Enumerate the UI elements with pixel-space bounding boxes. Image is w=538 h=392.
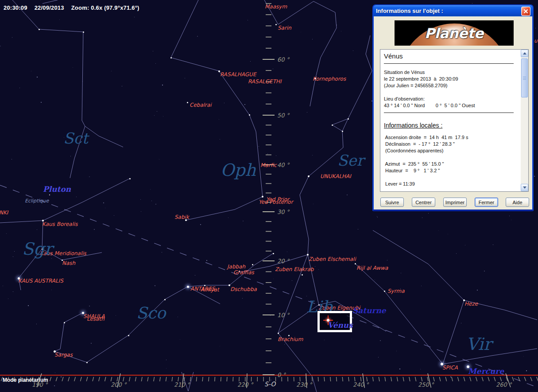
constellation-label: Oph xyxy=(221,160,256,180)
venus-planet-label: Vénus xyxy=(328,321,353,330)
azimuth-degree-label: 250 ° xyxy=(418,381,433,388)
star-label: Sabik xyxy=(174,214,189,220)
scrollbar[interactable] xyxy=(521,50,528,191)
local-info-heading: Informations locales : xyxy=(384,122,520,129)
centrer-button[interactable]: Centrer xyxy=(412,198,435,207)
constellation-label: Sco xyxy=(136,304,166,322)
star-label: Alniyat xyxy=(201,287,219,293)
altitude-degree-label: 50 ° xyxy=(277,112,289,119)
star-label: Brachium xyxy=(278,336,303,342)
scroll-up-button[interactable] xyxy=(521,50,528,57)
local-info: Ascension droite = 14 h 41 m 17.9 s Décl… xyxy=(384,134,520,187)
star-label: Dschubba xyxy=(230,286,257,292)
star-label: Marfic xyxy=(260,162,277,168)
arrow-up-icon xyxy=(523,52,526,54)
banner-caption: Planète xyxy=(395,20,514,46)
dialog-title: Informations sur l'objet : xyxy=(373,8,443,14)
close-icon xyxy=(523,9,528,14)
planet-label: Pluton xyxy=(43,185,71,194)
close-button[interactable] xyxy=(521,7,530,16)
altitude-degree-label: 30 ° xyxy=(277,209,289,215)
star-label: Sarin xyxy=(278,25,291,31)
object-name: Vénus xyxy=(384,51,520,60)
altitude-degree-label: 40 ° xyxy=(277,162,289,168)
object-info-panel[interactable]: Vénus Situation de Vénus le 22 septembre… xyxy=(380,49,529,192)
scrollbar-grip xyxy=(523,77,526,77)
star-label: Sargas xyxy=(54,352,73,358)
aide-button[interactable]: Aide xyxy=(506,198,529,207)
venus-highlight-box[interactable]: Vénus xyxy=(317,311,352,332)
constellation-label: Vir xyxy=(466,334,492,354)
mode-label: Mode planétarium xyxy=(3,377,48,383)
azimuth-degree-label: 240 ° xyxy=(353,381,368,388)
ecliptic-label: Ecliptique xyxy=(25,198,49,204)
star-label: Graffias xyxy=(233,269,254,276)
scroll-down-button[interactable] xyxy=(521,184,528,191)
star-label: NKI xyxy=(0,210,8,216)
planet-banner: Planète xyxy=(395,20,514,46)
info-dialog: Informations sur l'objet : Planète Vénus… xyxy=(372,4,534,211)
suivre-button[interactable]: Suivre xyxy=(380,198,404,207)
star-label: Yed Posterior xyxy=(259,199,293,205)
azimuth-degree-label: 210 ° xyxy=(174,381,190,388)
star-label: Zuben Elschemali xyxy=(309,256,356,262)
planet-label: Mercure xyxy=(468,367,504,376)
star-label: Rijl al Awwa xyxy=(356,265,388,271)
situation-info: Situation de Vénus le 22 septembre 2013 … xyxy=(384,69,520,109)
star-label: Nash xyxy=(62,260,75,266)
azimuth-degree-label: 220 ° xyxy=(237,381,253,388)
star-label: RASALGETHI xyxy=(248,78,282,85)
azimuth-degree-label: 200 ° xyxy=(111,381,126,388)
zoom-level: Zoom: 0.6x (97.9°x71.6°) xyxy=(71,4,139,11)
constellation-label: Sct xyxy=(63,129,88,147)
scrollbar-thumb[interactable] xyxy=(521,58,528,97)
star-label: Jabbah xyxy=(227,264,245,270)
planet-label: Saturne xyxy=(352,306,386,315)
imprimer-button[interactable]: Imprimer xyxy=(443,198,467,207)
star-label: Cebalrai xyxy=(190,102,212,108)
star-label: Heze xyxy=(464,301,478,307)
cardinal-direction-label: S-O xyxy=(264,380,275,388)
altitude-degree-label: 60 ° xyxy=(277,56,289,63)
star-label: Kaus Borealis xyxy=(42,221,78,227)
fermer-button[interactable]: Fermer xyxy=(475,198,498,207)
arrow-down-icon xyxy=(523,186,526,189)
divider xyxy=(384,63,514,64)
altitude-degree-label: 20 ° xyxy=(277,258,289,264)
star-label: Maasym xyxy=(265,4,287,10)
star-label: UNUKALHAI xyxy=(320,173,351,179)
altitude-degree-label: 10 ° xyxy=(277,312,289,318)
star-label: KAUS AUSTRALIS xyxy=(18,278,63,284)
object-info-text: Vénus Situation de Vénus le 22 septembre… xyxy=(380,50,521,191)
star-label: Syrma xyxy=(387,288,404,294)
azimuth-degree-label: 230 ° xyxy=(296,381,312,388)
planetarium-screen: MaasymSarinRASALHAGUERASALGETHIKornephor… xyxy=(0,0,538,392)
dialog-buttons: SuivreCentrerImprimerFermerAide xyxy=(374,198,532,207)
dialog-titlebar[interactable]: Informations sur l'objet : xyxy=(373,5,533,16)
clock-time: 20:30:09 xyxy=(4,4,27,11)
azimuth-degree-label: 260 ° xyxy=(496,381,511,388)
star-label: u xyxy=(534,38,538,44)
star-label: Kornephoros xyxy=(313,76,346,82)
altitude-degree-label: 0 ° xyxy=(277,372,286,378)
star-label: SPICA xyxy=(442,365,458,371)
star-label: Zuben Elakrab xyxy=(275,266,314,272)
constellation-label: Ser xyxy=(337,151,364,169)
star-label: RASALHAGUE xyxy=(220,71,256,78)
clock-date: 22/09/2013 xyxy=(35,4,64,11)
divider xyxy=(384,113,514,113)
status-bar: 20:30:0922/09/2013Zoom: 0.6x (97.9°x71.6… xyxy=(4,4,147,11)
constellation-label: Sgr xyxy=(22,239,53,259)
star-label: Lesath xyxy=(87,316,105,322)
